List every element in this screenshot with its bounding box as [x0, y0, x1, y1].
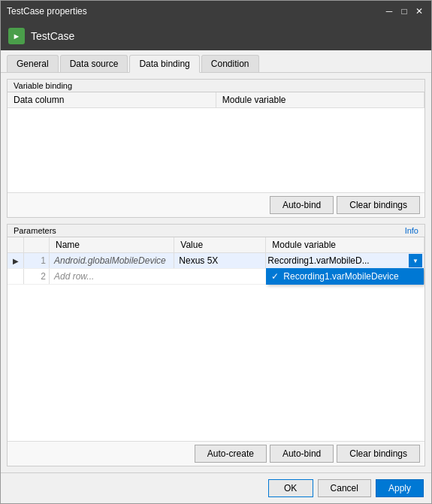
parameters-title: Parameters — [14, 226, 56, 235]
col-module-variable: Module variable — [216, 92, 424, 108]
col-num-header — [24, 237, 50, 253]
row-modvar-cell: Recording1.varMobileD... Recording1.varM… — [266, 253, 424, 269]
row-name-cell: Android.globalMobileDevice — [49, 253, 174, 269]
parameters-section: Parameters Info Name Value Module variab… — [7, 224, 425, 466]
tabs-bar: General Data source Data binding Conditi… — [1, 50, 431, 73]
window-title: TestCase properties — [7, 6, 87, 17]
ok-button[interactable]: OK — [268, 479, 313, 497]
row-number: 1 — [41, 255, 46, 266]
variable-binding-footer: Auto-bind Clear bindings — [8, 192, 424, 217]
bottom-bar: OK Cancel Apply — [1, 472, 431, 503]
row-num-cell: 1 — [24, 253, 50, 269]
tab-datasource[interactable]: Data source — [60, 55, 128, 72]
header-bar: ► TestCase — [1, 22, 431, 50]
variable-binding-title: Variable binding — [8, 80, 424, 92]
arrow-cell-empty — [8, 269, 24, 285]
module-var-dropdown-button[interactable] — [409, 254, 422, 267]
add-row-label: Add row... — [54, 271, 94, 282]
arrow-cell: ▶ — [8, 253, 24, 269]
app-icon: ► — [8, 28, 25, 44]
params-clearbindings-button[interactable]: Clear bindings — [337, 445, 420, 463]
table-row: ▶ 1 Android.globalMobileDevice Nexus 5X — [8, 253, 424, 269]
params-footer: Auto-create Auto-bind Clear bindings — [8, 441, 424, 466]
module-var-value: Recording1.varMobileD... — [267, 255, 409, 266]
params-table-area: Name Value Module variable ▶ 1 — [8, 237, 424, 441]
col-value-header: Value — [174, 237, 266, 253]
row-name: Android.globalMobileDevice — [54, 255, 166, 266]
col-arrow-header — [8, 237, 24, 253]
title-bar: TestCase properties ─ □ ✕ — [1, 1, 431, 22]
parameters-title-bar: Parameters Info — [8, 225, 424, 237]
row-value: Nexus 5X — [179, 255, 218, 266]
content-area: Variable binding Data column Module vari… — [1, 73, 431, 472]
tab-condition[interactable]: Condition — [201, 55, 259, 72]
variable-binding-table-area: Data column Module variable — [8, 92, 424, 192]
close-button[interactable]: ✕ — [413, 5, 425, 17]
params-autobind-button[interactable]: Auto-bind — [270, 445, 334, 463]
tab-general[interactable]: General — [7, 55, 59, 72]
maximize-button[interactable]: □ — [398, 5, 410, 17]
col-data-column: Data column — [8, 92, 216, 108]
info-link[interactable]: Info — [405, 226, 418, 235]
apply-button[interactable]: Apply — [376, 479, 424, 497]
header-title: TestCase — [31, 30, 74, 42]
col-modvar-header: Module variable — [266, 237, 424, 253]
row-value-cell: Nexus 5X — [174, 253, 266, 269]
app-icon-symbol: ► — [13, 32, 21, 41]
row-arrow-icon: ▶ — [13, 257, 19, 265]
module-var-dropdown-container: Recording1.varMobileD... — [266, 253, 424, 268]
row-num-cell-2: 2 — [24, 269, 50, 285]
variable-binding-section: Variable binding Data column Module vari… — [7, 79, 425, 218]
main-window: TestCase properties ─ □ ✕ ► TestCase Gen… — [0, 0, 432, 504]
row-number-2: 2 — [41, 271, 46, 282]
vb-autobind-button[interactable]: Auto-bind — [270, 196, 334, 214]
dropdown-option-label: Recording1.varMobileDevice — [283, 271, 398, 282]
dropdown-option[interactable]: Recording1.varMobileDevice — [267, 269, 423, 284]
cancel-button[interactable]: Cancel — [318, 479, 371, 497]
autocreate-button[interactable]: Auto-create — [195, 445, 267, 463]
tab-databinding[interactable]: Data binding — [129, 55, 199, 73]
variable-binding-table: Data column Module variable — [8, 92, 424, 108]
params-table: Name Value Module variable ▶ 1 — [8, 237, 424, 285]
minimize-button[interactable]: ─ — [383, 5, 395, 17]
col-name-header: Name — [49, 237, 174, 253]
dropdown-popup: Recording1.varMobileDevice — [266, 268, 424, 285]
vb-clearbindings-button[interactable]: Clear bindings — [337, 196, 420, 214]
window-controls: ─ □ ✕ — [383, 5, 425, 17]
